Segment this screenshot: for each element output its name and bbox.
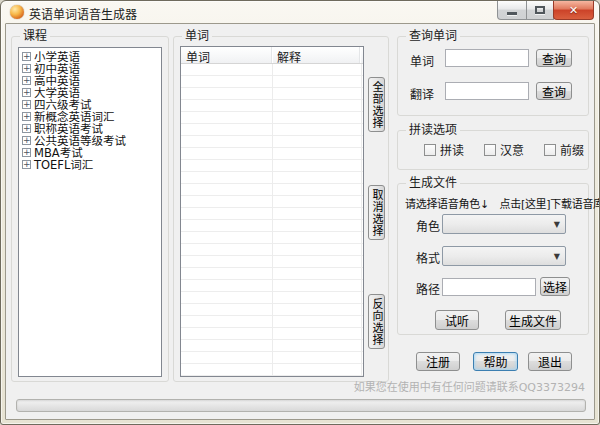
expand-plus-icon[interactable] — [22, 88, 31, 97]
maximize-icon — [535, 6, 545, 14]
words-group-title: 单词 — [182, 29, 212, 43]
checkbox-label: 拼读 — [440, 141, 464, 158]
preview-button[interactable]: 试听 — [435, 310, 479, 330]
expand-plus-icon[interactable] — [22, 100, 31, 109]
chevron-down-icon: ▼ — [554, 252, 560, 261]
option-checkbox[interactable]: 拼读 — [424, 141, 464, 158]
register-button[interactable]: 注册 — [416, 352, 460, 371]
checkbox-icon[interactable] — [544, 144, 556, 156]
expand-plus-icon[interactable] — [22, 76, 31, 85]
translate-query-button[interactable]: 查询 — [536, 82, 572, 100]
window-title: 英语单词语音生成器 — [29, 5, 137, 22]
help-button[interactable]: 帮助 — [473, 352, 518, 371]
tree-item-course[interactable]: TOEFL词汇 — [22, 158, 161, 170]
words-groupbox: 单词 单词 解释 全部选择 取消选择 反向选择 — [173, 36, 389, 382]
close-button[interactable]: ✕ — [553, 1, 594, 20]
query-groupbox: 查询单词 单词 查询 翻译 查询 — [397, 36, 589, 116]
word-list[interactable]: 单词 解释 — [180, 46, 364, 377]
courses-groupbox: 课程 小学英语 初中英语 高中英语 大学英语 四六级考试 — [11, 36, 169, 382]
expand-plus-icon[interactable] — [22, 148, 31, 157]
invert-select-button[interactable]: 反向选择 — [368, 294, 385, 349]
column-header-word[interactable]: 单词 — [181, 47, 272, 63]
choose-path-button[interactable]: 选择 — [540, 277, 570, 296]
expand-plus-icon[interactable] — [22, 124, 31, 133]
courses-group-title: 课程 — [20, 29, 50, 43]
format-dropdown[interactable]: ▼ — [442, 246, 566, 266]
path-input[interactable] — [442, 278, 536, 296]
expand-plus-icon[interactable] — [22, 160, 31, 169]
query-group-title: 查询单词 — [406, 29, 460, 43]
checkbox-icon[interactable] — [484, 144, 496, 156]
expand-plus-icon[interactable] — [22, 136, 31, 145]
generate-groupbox: 生成文件 请选择语音角色↓ 点击[这里]下载语音库 角色 ▼ 格式 ▼ 路径 选… — [397, 183, 589, 335]
option-checkbox[interactable]: 汉意 — [484, 141, 524, 158]
word-query-label: 单词 — [410, 52, 434, 69]
expand-plus-icon[interactable] — [22, 52, 31, 61]
exit-button[interactable]: 退出 — [528, 352, 572, 371]
progress-bar — [16, 399, 586, 412]
generate-file-button[interactable]: 生成文件 — [505, 310, 561, 330]
column-header-meaning[interactable]: 解释 — [272, 47, 360, 63]
close-icon: ✕ — [569, 5, 578, 16]
options-groupbox: 拼读选项 拼读 汉意 前缀 — [397, 130, 589, 170]
translate-query-input[interactable] — [445, 82, 529, 100]
deselect-button[interactable]: 取消选择 — [368, 185, 385, 240]
titlebar[interactable]: 英语单词语音生成器 ✕ — [1, 1, 599, 23]
generate-group-title: 生成文件 — [406, 176, 460, 190]
word-query-input[interactable] — [445, 49, 529, 67]
app-window: 英语单词语音生成器 ✕ 课程 小学英语 初中英语 — [0, 0, 600, 425]
checkbox-icon[interactable] — [424, 144, 436, 156]
checkbox-label: 汉意 — [500, 141, 524, 158]
format-label: 格式 — [416, 249, 440, 266]
checkbox-label: 前缀 — [560, 141, 584, 158]
word-list-header: 单词 解释 — [181, 47, 363, 64]
word-query-button[interactable]: 查询 — [536, 49, 572, 67]
option-checkbox[interactable]: 前缀 — [544, 141, 584, 158]
course-tree[interactable]: 小学英语 初中英语 高中英语 大学英语 四六级考试 新概念英语词汇 — [18, 47, 162, 377]
maximize-button[interactable] — [526, 1, 554, 20]
chevron-down-icon: ▼ — [554, 220, 560, 229]
options-group-title: 拼读选项 — [406, 123, 460, 137]
minimize-button[interactable] — [497, 1, 527, 20]
role-label: 角色 — [416, 217, 440, 234]
app-icon — [10, 5, 24, 19]
minimize-icon — [507, 12, 517, 15]
translate-query-label: 翻译 — [410, 85, 434, 102]
path-label: 路径 — [416, 280, 440, 297]
expand-plus-icon[interactable] — [22, 64, 31, 73]
contact-text: 如果您在使用中有任何问题请联系QQ3373294 — [354, 378, 585, 394]
select-all-button[interactable]: 全部选择 — [368, 77, 385, 132]
tree-item-label: TOEFL词汇 — [34, 156, 93, 172]
role-dropdown[interactable]: ▼ — [442, 214, 566, 234]
voice-download-hint[interactable]: 请选择语音角色↓ 点击[这里]下载语音库 — [405, 195, 600, 211]
expand-plus-icon[interactable] — [22, 112, 31, 121]
